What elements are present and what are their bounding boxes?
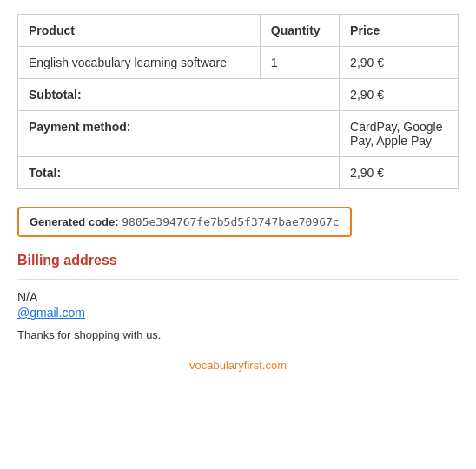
payment-row: Payment method: CardPay, Google Pay, App… <box>18 111 459 157</box>
generated-code-value: 9805e394767fe7b5d5f3747bae70967c <box>122 215 339 228</box>
col-header-price: Price <box>340 15 459 47</box>
billing-na: N/A <box>17 290 459 304</box>
total-label: Total: <box>18 157 340 189</box>
subtotal-label: Subtotal: <box>18 79 340 111</box>
table-row: English vocabulary learning software 1 2… <box>18 47 459 79</box>
billing-section: Billing address N/A @gmail.com Thanks fo… <box>17 253 459 341</box>
subtotal-row: Subtotal: 2,90 € <box>18 79 459 111</box>
product-price: 2,90 € <box>340 47 459 79</box>
generated-code-box: Generated code: 9805e394767fe7b5d5f3747b… <box>17 207 352 237</box>
subtotal-value: 2,90 € <box>340 79 459 111</box>
billing-thanks: Thanks for shopping with us. <box>17 328 459 341</box>
order-table: Product Quantity Price English vocabular… <box>17 14 459 189</box>
footer-link[interactable]: vocabularyfirst.com <box>17 359 459 372</box>
footer-link-text: vocabularyfirst.com <box>189 359 287 372</box>
payment-label: Payment method: <box>18 111 340 157</box>
product-name: English vocabulary learning software <box>18 47 261 79</box>
generated-code-label: Generated code: <box>30 215 119 228</box>
billing-divider <box>17 279 459 280</box>
billing-email[interactable]: @gmail.com <box>17 306 459 320</box>
total-value: 2,90 € <box>340 157 459 189</box>
payment-value: CardPay, Google Pay, Apple Pay <box>340 111 459 157</box>
product-quantity: 1 <box>260 47 339 79</box>
billing-title: Billing address <box>17 253 459 268</box>
total-row: Total: 2,90 € <box>18 157 459 189</box>
col-header-quantity: Quantity <box>260 15 339 47</box>
col-header-product: Product <box>18 15 261 47</box>
